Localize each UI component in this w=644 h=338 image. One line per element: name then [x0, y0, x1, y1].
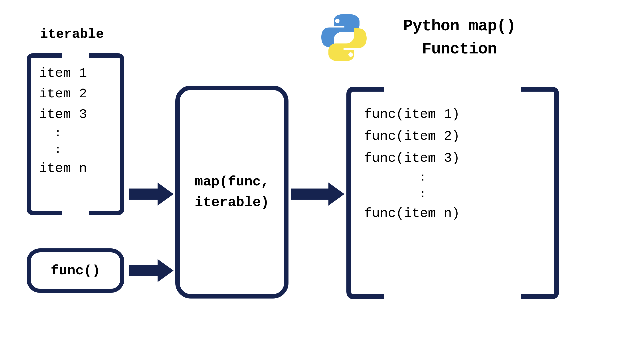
output-item: func(item 1) — [364, 103, 460, 125]
iterable-item-last: item n — [39, 158, 87, 179]
map-function-box: map(func, iterable) — [175, 86, 288, 299]
iterable-list-box: item 1 item 2 item 3 : : item n — [27, 53, 124, 215]
diagram-title: Python map() Function — [373, 15, 546, 61]
title-line1: Python map() — [373, 15, 546, 38]
output-item-last: func(item n) — [364, 203, 460, 224]
func-label: func() — [50, 263, 100, 279]
ellipsis-icon: : — [364, 186, 460, 203]
output-items: func(item 1) func(item 2) func(item 3) :… — [364, 103, 460, 224]
iterable-label: iterable — [40, 27, 104, 42]
output-item: func(item 3) — [364, 147, 460, 169]
map-box-line1: map(func, — [195, 171, 269, 192]
ellipsis-icon: : — [39, 125, 87, 141]
title-line2: Function — [373, 38, 546, 61]
iterable-items: item 1 item 2 item 3 : : item n — [39, 63, 87, 179]
ellipsis-icon: : — [364, 169, 460, 186]
iterable-item: item 2 — [39, 84, 87, 104]
output-item: func(item 2) — [364, 125, 460, 147]
func-box: func() — [27, 248, 124, 293]
iterable-item: item 3 — [39, 104, 87, 125]
map-box-line2: iterable) — [195, 192, 269, 213]
iterable-item: item 1 — [39, 63, 87, 84]
python-logo-icon — [320, 13, 368, 63]
ellipsis-icon: : — [39, 141, 87, 158]
output-list-box: func(item 1) func(item 2) func(item 3) :… — [346, 86, 559, 300]
